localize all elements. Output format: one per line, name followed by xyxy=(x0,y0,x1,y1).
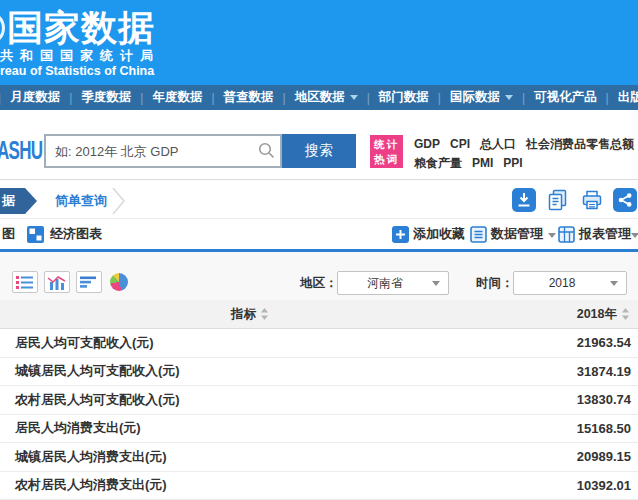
hot-word-link[interactable]: PPI xyxy=(503,154,522,173)
national-data-page: 国家数据 共和国国家统计局 reau of Statistics of Chin… xyxy=(0,0,638,500)
breadcrumb-chevron-icon xyxy=(112,188,126,214)
hot-word-link[interactable]: 粮食产量 xyxy=(414,154,462,173)
nav-item-label: 年度数据 xyxy=(152,89,202,106)
hot-words-line2: 粮食产量PMIPPI xyxy=(414,154,638,173)
hot-words-badge: 统计 热词 xyxy=(370,135,403,168)
breadcrumb-current[interactable]: 简单查询 xyxy=(55,188,107,214)
caret-down-icon xyxy=(631,233,638,238)
indicator-header-label: 指标 xyxy=(231,306,256,323)
bar-chart-icon xyxy=(47,275,67,290)
share-button[interactable] xyxy=(613,188,637,212)
hot-word-link[interactable]: 总人口 xyxy=(480,135,516,154)
main-nav: | 月度数据 | 季度数据 | 年度数据 | xyxy=(0,85,638,110)
sort-icon xyxy=(621,308,630,320)
table-row: 居民人均可支配收入(元) 21963.54 xyxy=(0,329,638,358)
report-manage-button[interactable]: 报表管理 xyxy=(579,219,631,249)
nav-separator: | xyxy=(367,91,370,105)
site-title: 国家数据 xyxy=(7,4,155,53)
nav-item-label: 出版物 xyxy=(618,89,638,106)
caret-down-icon xyxy=(548,233,556,238)
hot-word-link[interactable]: GDP xyxy=(414,135,440,154)
chevron-down-icon xyxy=(505,95,513,100)
row-indicator: 城镇居民人均可支配收入(元) xyxy=(0,362,500,380)
nav-item-label: 部门数据 xyxy=(379,89,429,106)
nav-item-label: 地区数据 xyxy=(295,89,345,106)
caret-down-icon xyxy=(432,281,440,286)
table-row: 农村居民人均消费支出(元) 10392.01 xyxy=(0,472,638,500)
table-body: 居民人均可支配收入(元) 21963.54 城镇居民人均可支配收入(元) 318… xyxy=(0,329,638,500)
time-label: 时间： xyxy=(476,271,514,295)
main-nav-list: | 月度数据 | 季度数据 | 年度数据 | xyxy=(0,85,638,110)
time-select[interactable]: 2018 xyxy=(513,271,627,295)
site-subtitle-en: reau of Statistics of China xyxy=(0,64,154,78)
nav-item[interactable]: | 年度数据 xyxy=(131,89,202,106)
partial-map-tab[interactable]: 图 xyxy=(2,219,15,249)
hot-badge-line1: 统计 xyxy=(370,137,403,152)
nav-item[interactable]: | 季度数据 xyxy=(60,89,131,106)
plus-icon xyxy=(392,226,409,243)
nav-item[interactable]: | 国际数据 xyxy=(429,89,513,106)
row-value: 20989.15 xyxy=(500,449,638,464)
year-column-header[interactable]: 2018年 xyxy=(500,306,638,323)
row-indicator: 农村居民人均可支配收入(元) xyxy=(0,391,500,409)
add-favorite-button[interactable]: 添加收藏 xyxy=(413,219,465,249)
hot-word-link[interactable]: 社会消费品零售总额 xyxy=(526,135,634,154)
site-subtitle-cn: 共和国国家统计局 xyxy=(0,47,160,65)
row-indicator: 城镇居民人均消费支出(元) xyxy=(0,448,500,466)
hbar-chart-view-button[interactable] xyxy=(76,271,102,293)
nav-separator: | xyxy=(606,91,609,105)
data-table: 指标 2018年 居民人均可支配收入(元) 21963.54 xyxy=(0,300,638,500)
bar-chart-view-button[interactable] xyxy=(44,271,70,293)
region-label: 地区： xyxy=(300,271,338,295)
nav-item[interactable]: | 出版物 xyxy=(597,89,638,106)
nav-item-label: 季度数据 xyxy=(81,89,131,106)
row-value: 31874.19 xyxy=(500,364,638,379)
row-indicator: 居民人均消费支出(元) xyxy=(0,419,500,437)
print-button[interactable] xyxy=(580,188,604,212)
hot-badge-line2: 热词 xyxy=(370,152,403,167)
nav-item[interactable]: | 月度数据 xyxy=(0,89,60,106)
nav-item[interactable]: | 部门数据 xyxy=(358,89,429,106)
header-bar: 国家数据 共和国国家统计局 reau of Statistics of Chin… xyxy=(0,0,638,85)
nav-separator: | xyxy=(69,91,72,105)
hot-word-link[interactable]: CPI xyxy=(450,135,470,154)
nav-separator: | xyxy=(438,91,441,105)
shuju-logo: ASHU xyxy=(0,136,42,165)
row-value: 15168.50 xyxy=(500,421,638,436)
sort-icon xyxy=(260,308,269,320)
hot-word-link[interactable]: PMI xyxy=(472,154,493,173)
nav-item-label: 普查数据 xyxy=(224,89,274,106)
nav-item-label: 国际数据 xyxy=(450,89,500,106)
table-header: 指标 2018年 xyxy=(0,300,638,329)
row-indicator: 农村居民人均消费支出(元) xyxy=(0,476,500,494)
region-value: 河南省 xyxy=(338,275,432,292)
nav-separator: | xyxy=(140,91,143,105)
nav-separator: | xyxy=(0,91,1,105)
nav-item[interactable]: | 地区数据 xyxy=(274,89,358,106)
breadcrumb-bar: 据 简单查询 xyxy=(0,180,638,219)
indicator-column-header[interactable]: 指标 xyxy=(0,306,500,323)
download-button[interactable] xyxy=(512,188,536,212)
chevron-down-icon xyxy=(350,95,358,100)
region-select[interactable]: 河南省 xyxy=(337,271,449,295)
table-row: 城镇居民人均消费支出(元) 20989.15 xyxy=(0,443,638,472)
economic-charts-tab[interactable]: 经济图表 xyxy=(50,219,102,249)
nav-item[interactable]: | 可视化产品 xyxy=(513,89,597,106)
search-button[interactable]: 搜索 xyxy=(282,134,356,168)
table-row: 农村居民人均可支配收入(元) 13830.74 xyxy=(0,386,638,415)
nav-separator: | xyxy=(211,91,214,105)
time-value: 2018 xyxy=(514,276,610,290)
nav-item[interactable]: | 普查数据 xyxy=(202,89,273,106)
pie-chart-view-button[interactable] xyxy=(110,273,128,291)
national-emblem-icon xyxy=(0,11,5,45)
active-data-tab[interactable]: 据 xyxy=(0,188,37,214)
data-manage-button[interactable]: 数据管理 xyxy=(491,219,543,249)
caret-down-icon xyxy=(610,281,618,286)
nav-item-label: 月度数据 xyxy=(10,89,60,106)
year-header-label: 2018年 xyxy=(577,306,617,323)
list-view-button[interactable] xyxy=(12,271,38,293)
search-input[interactable] xyxy=(44,134,282,168)
copy-button[interactable] xyxy=(546,188,570,212)
hot-words: GDPCPI总人口社会消费品零售总额 粮食产量PMIPPI xyxy=(414,135,638,173)
nav-separator: | xyxy=(522,91,525,105)
